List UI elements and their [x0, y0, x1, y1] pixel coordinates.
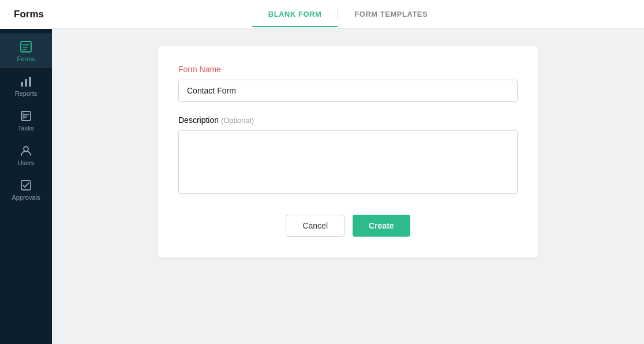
tab-form-templates[interactable]: FORM TEMPLATES [338, 2, 444, 27]
svg-rect-6 [23, 47, 28, 48]
users-icon [20, 144, 32, 157]
sidebar-item-tasks-label: Tasks [18, 125, 34, 132]
svg-rect-9 [25, 79, 27, 87]
form-name-field: Form Name [178, 65, 518, 102]
forms-icon [20, 40, 32, 53]
tab-bar: BLANK FORM FORM TEMPLATES [52, 0, 644, 29]
form-actions: Cancel Create [178, 215, 518, 237]
sidebar-item-approvals-label: Approvals [12, 194, 40, 201]
svg-rect-12 [21, 111, 24, 121]
sidebar-item-forms[interactable]: Forms [0, 33, 52, 68]
reports-icon [20, 75, 32, 88]
svg-rect-8 [21, 82, 23, 87]
app-logo: Forms [0, 0, 52, 29]
sidebar-item-users[interactable]: Users [0, 137, 52, 172]
form-card: Form Name Description (Optional) Cancel … [158, 46, 538, 257]
create-button[interactable]: Create [353, 215, 410, 237]
sidebar-item-tasks[interactable]: Tasks [0, 103, 52, 137]
svg-point-13 [24, 147, 28, 151]
form-name-label: Form Name [178, 65, 518, 74]
svg-rect-10 [29, 77, 31, 87]
description-optional: (Optional) [221, 116, 254, 125]
svg-rect-7 [23, 49, 27, 50]
sidebar-nav: Forms Reports Tasks [0, 29, 52, 207]
sidebar-item-reports-label: Reports [15, 90, 38, 97]
main-area: BLANK FORM FORM TEMPLATES Form Name Desc… [52, 0, 644, 344]
approvals-icon [20, 179, 32, 192]
sidebar-item-forms-label: Forms [17, 55, 35, 62]
tab-blank-form[interactable]: BLANK FORM [252, 2, 338, 27]
sidebar: Forms Forms Repo [0, 0, 52, 344]
sidebar-item-users-label: Users [18, 159, 35, 166]
sidebar-item-approvals[interactable]: Approvals [0, 172, 52, 207]
tasks-icon [20, 110, 32, 122]
description-input[interactable] [178, 130, 518, 194]
content-area: Form Name Description (Optional) Cancel … [52, 29, 644, 344]
cancel-button[interactable]: Cancel [286, 215, 345, 237]
form-name-input[interactable] [178, 80, 518, 102]
sidebar-item-reports[interactable]: Reports [0, 68, 52, 103]
app-title: Forms [14, 9, 44, 20]
forms-logo-icon [8, 6, 9, 23]
description-field: Description (Optional) [178, 115, 518, 196]
description-label: Description (Optional) [178, 115, 518, 125]
svg-rect-5 [23, 44, 29, 46]
